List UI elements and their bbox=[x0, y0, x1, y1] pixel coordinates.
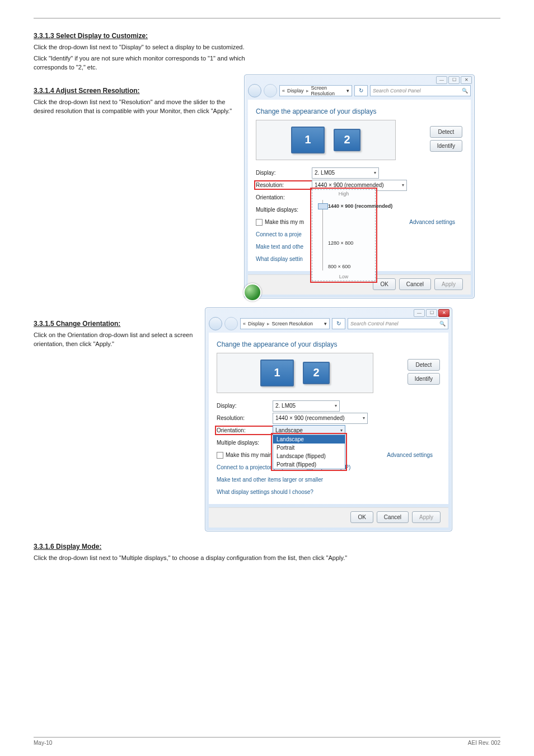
make-text-link[interactable]: Make text and othe bbox=[256, 244, 303, 250]
cancel-button[interactable]: Cancel bbox=[399, 278, 431, 290]
breadcrumb[interactable]: « Display ▸ Screen Resolution ▾ bbox=[279, 85, 352, 96]
advanced-settings-link[interactable]: Advanced settings bbox=[409, 219, 455, 225]
make-main-checkbox[interactable] bbox=[256, 219, 263, 226]
screenshot-resolution-window: — ☐ ✕ « Display ▸ Screen Resolution ▾ ↻ bbox=[244, 74, 475, 298]
orientation-option-portrait-flipped[interactable]: Portrait (flipped) bbox=[273, 460, 345, 469]
section-adjust-resolution-p1: Click the drop-down list next to "Resolu… bbox=[34, 98, 235, 116]
make-main-checkbox[interactable] bbox=[217, 452, 223, 459]
chevron-down-icon: ▾ bbox=[340, 428, 343, 433]
search-placeholder: Search Control Panel bbox=[373, 88, 421, 94]
minimize-button[interactable]: — bbox=[414, 309, 425, 317]
footer-left: May-10 bbox=[34, 740, 52, 746]
footer-right: AEI Rev. 002 bbox=[468, 740, 500, 746]
section-select-display-p2: Click "Identify" if you are not sure whi… bbox=[34, 54, 274, 72]
slider-thumb[interactable] bbox=[318, 203, 328, 209]
chevron-down-icon: ▾ bbox=[335, 403, 337, 408]
search-icon: 🔍 bbox=[439, 321, 446, 326]
identify-button[interactable]: Identify bbox=[407, 373, 440, 385]
slider-bottom: 800 × 600 bbox=[328, 264, 350, 269]
minimize-button[interactable]: — bbox=[436, 76, 447, 84]
chevron-icon: ▸ bbox=[306, 88, 309, 94]
dropdown-icon[interactable]: ▾ bbox=[324, 321, 327, 326]
content-heading: Change the appearance of your displays bbox=[217, 340, 441, 348]
monitor-2[interactable]: 2 bbox=[303, 362, 330, 384]
display-arrangement[interactable]: 1 2 Detect Identify bbox=[217, 353, 373, 393]
refresh-button[interactable]: ↻ bbox=[354, 85, 368, 96]
display-dropdown[interactable]: 2. LM05▾ bbox=[312, 167, 379, 179]
section-change-orientation-title: 3.3.1.5 Change Orientation: bbox=[34, 320, 196, 328]
maximize-button[interactable]: ☐ bbox=[426, 309, 437, 317]
orientation-value: Landscape bbox=[275, 427, 303, 433]
forward-button[interactable] bbox=[224, 317, 238, 330]
window-controls: — ☐ ✕ bbox=[414, 309, 449, 317]
advanced-settings-link[interactable]: Advanced settings bbox=[387, 452, 433, 458]
apply-button[interactable]: Apply bbox=[434, 278, 463, 290]
what-settings-link[interactable]: What display settings should I choose? bbox=[217, 489, 313, 495]
display-label: Display: bbox=[256, 170, 312, 176]
chevron-icon: ▸ bbox=[267, 321, 270, 326]
breadcrumb-display: Display bbox=[287, 88, 304, 94]
back-button[interactable] bbox=[248, 84, 261, 97]
back-button[interactable] bbox=[209, 317, 222, 330]
maximize-button[interactable]: ☐ bbox=[448, 76, 460, 84]
detect-button[interactable]: Detect bbox=[430, 126, 462, 138]
monitor-1[interactable]: 1 bbox=[291, 127, 325, 153]
orientation-options-popup[interactable]: Landscape Portrait Landscape (flipped) P… bbox=[273, 435, 345, 469]
search-input[interactable]: Search Control Panel 🔍 bbox=[348, 318, 448, 329]
section-adjust-resolution-title: 3.3.1.4 Adjust Screen Resolution: bbox=[34, 87, 235, 95]
slider-recommended: 1440 × 900 (recommended) bbox=[328, 203, 392, 209]
window-controls: — ☐ ✕ bbox=[436, 76, 472, 84]
search-input[interactable]: Search Control Panel 🔍 bbox=[370, 85, 471, 96]
breadcrumb-prefix: « bbox=[243, 321, 246, 326]
orientation-label: Orientation: bbox=[256, 194, 312, 200]
close-button[interactable]: ✕ bbox=[461, 76, 472, 84]
what-settings-link[interactable]: What display settin bbox=[256, 256, 303, 262]
make-text-link[interactable]: Make text and other items larger or smal… bbox=[217, 477, 323, 483]
breadcrumb-screen: Screen Resolution bbox=[272, 321, 313, 326]
breadcrumb[interactable]: « Display ▸ Screen Resolution ▾ bbox=[240, 318, 330, 329]
apply-button[interactable]: Apply bbox=[412, 511, 441, 523]
search-icon: 🔍 bbox=[462, 88, 468, 94]
orientation-option-landscape-flipped[interactable]: Landscape (flipped) bbox=[273, 452, 345, 460]
close-button[interactable]: ✕ bbox=[438, 309, 449, 317]
display-arrangement[interactable]: 1 2 Detect Identify bbox=[256, 120, 396, 160]
display-label: Display: bbox=[217, 403, 273, 409]
detect-button[interactable]: Detect bbox=[407, 359, 440, 371]
multiple-label: Multiple displays: bbox=[217, 440, 273, 446]
section-display-mode-p1: Click the drop-down list next to "Multip… bbox=[34, 554, 425, 563]
cancel-button[interactable]: Cancel bbox=[377, 511, 409, 523]
chevron-down-icon: ▾ bbox=[402, 183, 404, 188]
ok-button[interactable]: OK bbox=[350, 511, 373, 523]
orientation-option-landscape[interactable]: Landscape bbox=[273, 435, 345, 444]
refresh-button[interactable]: ↻ bbox=[332, 318, 345, 329]
resolution-label: Resolution: bbox=[256, 182, 312, 188]
connect-projector-link[interactable]: Connect to a proje bbox=[256, 231, 302, 237]
breadcrumb-prefix: « bbox=[282, 88, 285, 94]
resolution-slider-popup[interactable]: High 1440 × 900 (recommended) 1280 × 800… bbox=[312, 189, 376, 281]
identify-button[interactable]: Identify bbox=[430, 140, 462, 152]
display-value: 2. LM05 bbox=[315, 170, 335, 176]
resolution-label: Resolution: bbox=[217, 415, 273, 421]
orientation-option-portrait[interactable]: Portrait bbox=[273, 444, 345, 452]
ok-button[interactable]: OK bbox=[373, 278, 395, 290]
chevron-down-icon: ▾ bbox=[363, 416, 365, 421]
forward-button[interactable] bbox=[264, 84, 277, 97]
dropdown-icon[interactable]: ▾ bbox=[346, 88, 349, 94]
content-heading: Change the appearance of your displays bbox=[256, 108, 463, 115]
breadcrumb-screen: Screen Resolution bbox=[311, 85, 344, 96]
monitor-2[interactable]: 2 bbox=[334, 129, 360, 151]
start-orb-icon bbox=[243, 283, 261, 301]
search-placeholder: Search Control Panel bbox=[350, 321, 399, 326]
monitor-1[interactable]: 1 bbox=[260, 360, 294, 386]
section-display-mode-title: 3.3.1.6 Display Mode: bbox=[34, 543, 500, 550]
make-main-label: Make this my m bbox=[265, 219, 304, 225]
breadcrumb-display: Display bbox=[248, 321, 265, 326]
display-dropdown[interactable]: 2. LM05▾ bbox=[273, 400, 340, 412]
page-footer: May-10 AEI Rev. 002 bbox=[34, 737, 500, 746]
screenshot-orientation-window: — ☐ ✕ « Display ▸ Screen Resolution ▾ ↻ bbox=[205, 307, 452, 531]
section-change-orientation-p1: Click on the Orientation drop-down list … bbox=[34, 331, 196, 349]
slider-track bbox=[322, 200, 323, 270]
resolution-value: 1440 × 900 (recommended) bbox=[275, 415, 345, 421]
resolution-dropdown[interactable]: 1440 × 900 (recommended)▾ bbox=[273, 413, 368, 424]
header-rule bbox=[34, 18, 500, 18]
